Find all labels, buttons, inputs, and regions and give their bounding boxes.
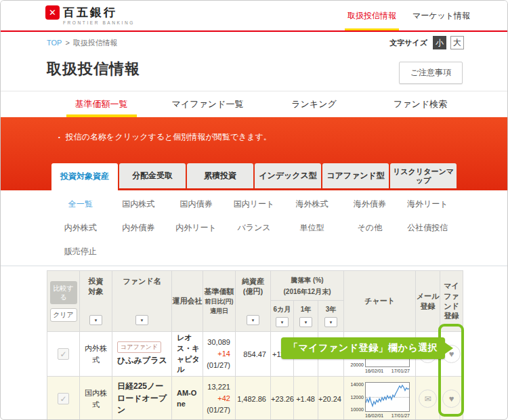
target-sort-button[interactable]: ▼ (89, 315, 102, 325)
font-size-large-button[interactable]: 大 (450, 36, 464, 49)
chart-x-end: 17/01/27 (391, 413, 410, 418)
col-1y-label: 1年 (301, 305, 312, 314)
sort-6m-button[interactable]: ▼ (276, 317, 289, 327)
fund-target: 国内株式 (80, 377, 112, 420)
chart-y-min: 10000 (351, 407, 364, 412)
compare-button[interactable]: 比較する (50, 281, 77, 304)
tab-my-fund-list[interactable]: マイファンド一覧 (154, 91, 261, 117)
col-header-price: 基準価額 前日比(円) 適用日 (203, 271, 236, 332)
cat-link-unit-type[interactable]: 単位型 (283, 216, 341, 240)
breadcrumb-top-link[interactable]: TOP (47, 39, 62, 47)
col-price-sub2: 適用日 (210, 308, 228, 316)
myfund-callout-text: 「マイファンド登録」欄から選択 (281, 337, 445, 359)
site-header: ✕ 百五銀行 FRONTIER BANKING 取扱投信情報 マーケット情報 (1, 1, 507, 30)
bank-logo-icon: ✕ (45, 5, 60, 20)
fund-price: 13,221 (203, 381, 230, 393)
fund-assets: 1,482.86 (236, 377, 271, 420)
subtab-core-fund[interactable]: コアファンド型 (322, 163, 389, 188)
font-size-small-button[interactable]: 小 (433, 36, 446, 49)
col-header-chart: チャート (344, 271, 416, 332)
col-header-company: 運用会社 (172, 271, 203, 332)
fund-price-change: +14 (203, 348, 230, 360)
top-nav-fund-info[interactable]: 取扱投信情報 (347, 10, 396, 31)
cat-link-domestic-stock[interactable]: 国内株式 (109, 192, 167, 216)
col-6m-label: 6カ月 (274, 305, 291, 314)
mail-register-button[interactable]: ✉ (419, 390, 437, 408)
cat-link-foreign-reit[interactable]: 海外リート (399, 192, 457, 216)
fund-1y-change: +1.48 (294, 377, 318, 420)
chart-line (366, 383, 409, 411)
breadcrumb-current: 取扱投信情報 (73, 38, 118, 48)
subtab-accumulation[interactable]: 累積投資 (187, 163, 253, 188)
tab-fund-search[interactable]: ファンド検索 (367, 91, 473, 117)
cat-link-foreign-stock[interactable]: 海外株式 (283, 192, 341, 216)
chart-y-max: 14000 (351, 382, 364, 387)
breadcrumb: TOP > 取扱投信情報 (47, 38, 118, 48)
cat-link-other[interactable]: その他 (341, 216, 398, 240)
tab-ranking[interactable]: ランキング (261, 91, 367, 117)
sort-3y-button[interactable]: ▼ (324, 317, 337, 327)
subtab-index-type[interactable]: インデックス型 (255, 163, 321, 188)
tab-nav-price-list[interactable]: 基準価額一覧 (48, 91, 154, 117)
cat-link-foreign-bond[interactable]: 海外債券 (341, 192, 398, 216)
cat-link-balance[interactable]: バランス (225, 216, 282, 240)
col-chart-label: チャート (364, 296, 395, 306)
col-header-compare: 比較する クリア (47, 271, 80, 332)
fund-price-date: (01/27) (203, 404, 230, 416)
top-nav-market-info[interactable]: マーケット情報 (412, 10, 470, 31)
col-fund-name-label: ファンド名 (123, 276, 161, 287)
banner-note-text: 投信の名称をクリックすると個別情報が閲覧できます。 (66, 131, 272, 143)
red-banner-panel: • 投信の名称をクリックすると個別情報が閲覧できます。 投資対象資産 分配金受取… (1, 117, 507, 190)
subtab-risk-return-map[interactable]: リスクリターンマップ (390, 163, 457, 188)
cat-link-dom-foreign-reit[interactable]: 内外リート (167, 216, 225, 240)
notice-button[interactable]: ご注意事項 (399, 62, 463, 84)
breadcrumb-row: TOP > 取扱投信情報 文字サイズ 小 大 (47, 36, 464, 49)
compare-checkbox[interactable]: ✓ (58, 393, 69, 404)
compare-checkbox[interactable]: ✓ (58, 348, 69, 360)
asset-tabs: 投資対象資産 分配金受取 累積投資 インデックス型 コアファンド型 リスクリター… (51, 163, 457, 190)
cat-link-dom-foreign-stock[interactable]: 内外株式 (51, 216, 109, 240)
fund-company: レオス・キャピタル (172, 332, 203, 377)
chart-x-start: 16/02/01 (365, 369, 383, 373)
core-fund-badge: コアファンド (117, 341, 161, 353)
col-3y-label: 3年 (326, 305, 337, 314)
chart-plot-area (365, 382, 410, 412)
chart-y-min: 20000 (351, 362, 364, 367)
clear-button[interactable]: クリア (50, 308, 77, 322)
col-header-target: 投資対象 ▼ (80, 271, 112, 332)
col-header-assets: 純資産 (億円) ▼ (236, 271, 271, 332)
bank-tagline: FRONTIER BANKING (63, 20, 135, 25)
fund-price-change: +42 (203, 393, 230, 404)
fund-3y-change: +20.24 (318, 377, 344, 420)
cat-link-domestic-reit[interactable]: 国内リート (225, 192, 282, 216)
col-company-label: 運用会社 (173, 296, 203, 306)
col-header-change: 騰落率 (%) (2016年12月末) (271, 271, 344, 301)
fund-name-link[interactable]: 日経225ノーロードオープン (117, 381, 169, 416)
subtab-distribution[interactable]: 分配金受取 (119, 163, 186, 188)
myfund-register-button[interactable]: ♥ (442, 390, 461, 408)
bank-logo[interactable]: ✕ 百五銀行 FRONTIER BANKING (45, 5, 135, 25)
table-row-nikkei225: ✓ 国内株式 日経225ノーロードオープン AM-One 13,221 +42 … (47, 377, 463, 420)
fund-target: 内外株式 (80, 332, 112, 377)
cat-link-domestic-bond[interactable]: 国内債券 (167, 192, 225, 216)
cat-link-sales-stopped[interactable]: 販売停止 (51, 240, 109, 264)
subtab-asset-class[interactable]: 投資対象資産 (51, 163, 118, 190)
col-target-label: 投資対象 (87, 276, 105, 297)
col-change-sub: (2016年12月末) (283, 288, 331, 295)
col-assets-label: 純資産 (億円) (242, 276, 264, 297)
fund-company: AM-One (172, 377, 203, 420)
myfund-callout: 「マイファンド登録」欄から選択 (281, 337, 453, 359)
chart-y-mid: 12000 (351, 395, 364, 400)
category-links-panel: 全一覧 国内株式 国内債券 国内リート 海外株式 海外債券 海外リート 内外株式… (1, 190, 507, 266)
cat-link-all[interactable]: 全一覧 (51, 192, 109, 216)
col-mail-label: メール 登録 (417, 291, 440, 312)
fund-name-sort-button[interactable]: ▼ (135, 315, 148, 325)
fund-name-link[interactable]: ひふみプラス (117, 355, 169, 366)
top-nav: 取扱投信情報 マーケット情報 (347, 10, 470, 31)
assets-sort-button[interactable]: ▼ (247, 315, 259, 325)
category-links-grid: 全一覧 国内株式 国内債券 国内リート 海外株式 海外債券 海外リート 内外株式… (51, 190, 457, 264)
cat-link-public-bond[interactable]: 公社債投信 (399, 216, 457, 240)
sort-1y-button[interactable]: ▼ (299, 317, 312, 327)
cat-link-dom-foreign-bond[interactable]: 内外債券 (109, 216, 167, 240)
font-size-control: 文字サイズ 小 大 (389, 36, 464, 49)
